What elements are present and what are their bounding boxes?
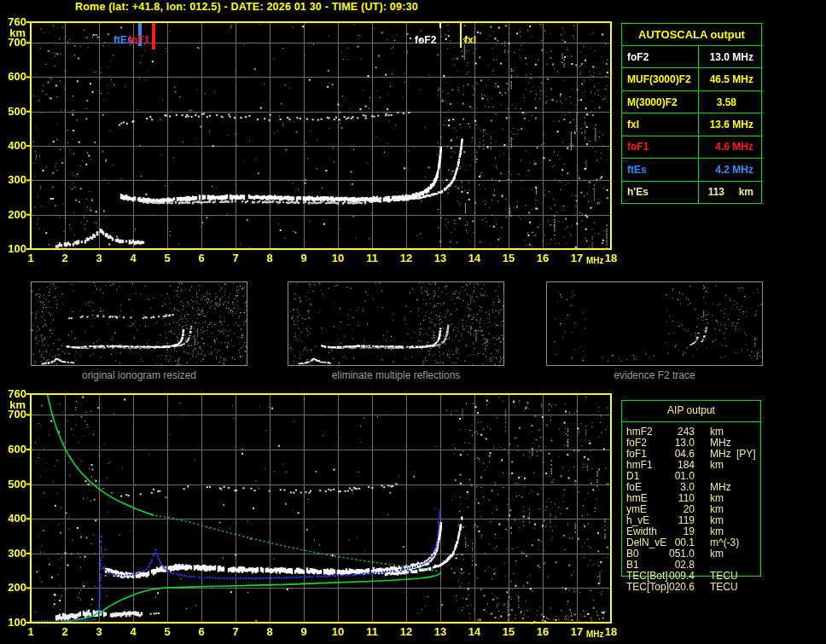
autoscala-row-label: foF2 (622, 46, 699, 67)
thumbnail-evidence-f2 (546, 281, 763, 366)
aip-table-title: AIP output (621, 404, 761, 416)
autoscala-row-value: 46.5 MHz (699, 68, 761, 90)
autoscala-row-ftes: ftEs4.2 MHz (622, 159, 761, 181)
aip-row-tectop: TEC[Top]020.6TECU (621, 582, 761, 593)
aip-extra: [PY] (736, 449, 756, 460)
thumbnail-eliminate-reflections (288, 281, 504, 366)
page-title: Rome (lat: +41.8, lon: 012.5) - DATE: 20… (75, 1, 418, 13)
autoscala-row-hes: h'Es113 km (622, 182, 761, 203)
autoscala-row-label: fxI (622, 113, 699, 135)
aip-unit: km (710, 548, 724, 560)
autoscala-row-label: foF1 (622, 136, 699, 158)
aip-val: 020.6 (652, 582, 695, 593)
bottom-profile-canvas (0, 387, 623, 643)
autoscala-row-value: 4.6 MHz (699, 136, 761, 158)
autoscala-row-value: 3.58 (699, 91, 761, 113)
thumbnail-caption-original: original ionogram resized (31, 369, 247, 381)
autoscala-row-value: 4.2 MHz (699, 159, 761, 180)
autoscala-row-value: 13.0 MHz (699, 46, 761, 67)
thumbnail-original-ionogram (31, 281, 247, 366)
autoscala-row-label: h'Es (622, 182, 699, 203)
aip-header-divider (621, 421, 761, 422)
autoscala-row-m3000f2: M(3000)F23.58 (622, 91, 761, 113)
thumbnail-canvas-original (32, 282, 247, 365)
thumbnail-canvas-eliminate (288, 282, 503, 365)
autoscala-table-title: AUTOSCALA output (622, 24, 761, 46)
aip-unit: km (710, 460, 724, 471)
thumbnail-caption-evidence: evidence F2 trace (546, 369, 763, 381)
autoscala-row-value: 13.6 MHz (699, 113, 761, 135)
autoscala-row-fof1: foF14.6 MHz (622, 136, 761, 159)
autoscala-row-label: ftEs (622, 159, 699, 180)
autoscala-app-window: { "title": "Rome (lat: +41.8, lon: 012.5… (0, 0, 826, 644)
autoscala-row-fxi: fxI13.6 MHz (622, 113, 761, 136)
autoscala-row-muf3000f2: MUF(3000)F246.5 MHz (622, 68, 761, 90)
thumbnail-caption-eliminate: eliminate multiple reflections (288, 369, 504, 381)
autoscala-output-table: AUTOSCALA output foF213.0 MHzMUF(3000)F2… (621, 23, 762, 204)
autoscala-row-label: MUF(3000)F2 (622, 68, 699, 90)
aip-unit: TECU (710, 582, 738, 593)
top-ionogram-canvas (0, 15, 623, 268)
autoscala-table-body: foF213.0 MHzMUF(3000)F246.5 MHzM(3000)F2… (622, 46, 761, 203)
autoscala-row-label: M(3000)F2 (622, 91, 699, 113)
autoscala-row-fof2: foF213.0 MHz (622, 46, 761, 68)
thumbnail-canvas-evidence (547, 282, 762, 365)
autoscala-row-value: 113 km (699, 182, 761, 203)
